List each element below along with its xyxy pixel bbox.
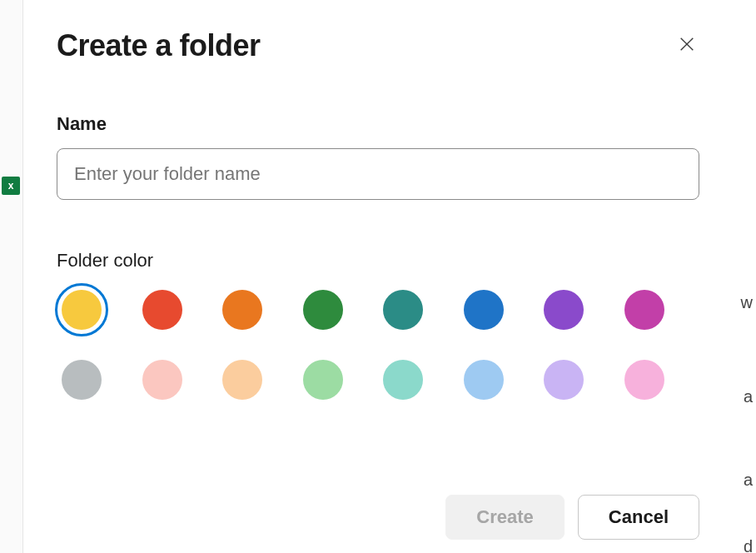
color-cell — [217, 360, 298, 400]
color-cell — [217, 290, 298, 330]
background-right-panel: w a a d — [734, 0, 756, 553]
color-swatch-light-blue[interactable] — [464, 360, 504, 400]
color-cell — [619, 360, 700, 400]
create-button[interactable]: Create — [445, 495, 564, 540]
color-swatch-light-red[interactable] — [142, 360, 182, 400]
color-swatch-red[interactable] — [142, 290, 182, 330]
color-swatch-blue[interactable] — [464, 290, 504, 330]
color-swatch-orange[interactable] — [222, 290, 262, 330]
color-cell — [298, 290, 379, 330]
background-left-panel: x — [0, 0, 23, 553]
color-grid — [57, 290, 699, 400]
color-swatch-yellow[interactable] — [62, 290, 102, 330]
color-swatch-magenta[interactable] — [624, 290, 664, 330]
color-swatch-light-teal[interactable] — [383, 360, 423, 400]
cancel-button[interactable]: Cancel — [578, 495, 699, 540]
color-cell — [137, 360, 218, 400]
color-swatch-green[interactable] — [303, 290, 343, 330]
dialog-footer: Create Cancel — [57, 495, 699, 540]
color-swatch-light-green[interactable] — [303, 360, 343, 400]
excel-file-icon: x — [2, 177, 20, 195]
color-cell — [459, 290, 540, 330]
color-cell — [619, 290, 700, 330]
close-icon — [678, 35, 696, 53]
dialog-header: Create a folder — [57, 28, 699, 63]
folder-name-input[interactable] — [57, 148, 699, 200]
color-cell — [539, 360, 619, 400]
color-cell — [539, 290, 619, 330]
color-cell — [57, 360, 137, 400]
color-cell — [57, 290, 137, 330]
color-swatch-light-orange[interactable] — [222, 360, 262, 400]
folder-color-label: Folder color — [57, 250, 699, 272]
color-swatch-grey[interactable] — [62, 360, 102, 400]
dialog-title: Create a folder — [57, 28, 261, 63]
color-swatch-purple[interactable] — [544, 290, 584, 330]
color-cell — [298, 360, 379, 400]
color-cell — [378, 290, 459, 330]
close-button[interactable] — [674, 32, 699, 59]
name-label: Name — [57, 113, 699, 135]
create-folder-dialog: Create a folder Name Folder color Create… — [25, 0, 731, 553]
color-cell — [459, 360, 540, 400]
color-cell — [137, 290, 218, 330]
color-swatch-teal[interactable] — [383, 290, 423, 330]
color-swatch-light-purple[interactable] — [544, 360, 584, 400]
color-swatch-pink[interactable] — [624, 360, 664, 400]
color-cell — [378, 360, 459, 400]
